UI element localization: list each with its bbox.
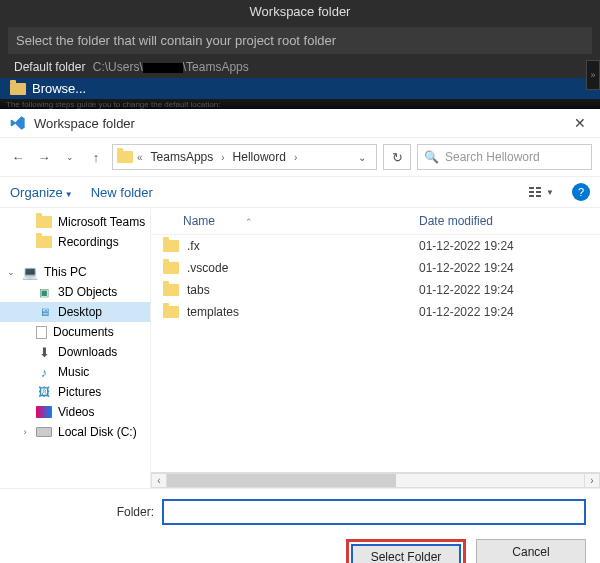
tree-item-recordings[interactable]: Recordings — [0, 232, 150, 252]
recent-button[interactable]: ⌄ — [60, 147, 80, 167]
new-folder-button[interactable]: New folder — [91, 185, 153, 200]
file-date: 01-12-2022 19:24 — [419, 239, 592, 253]
file-row[interactable]: .vscode01-12-2022 19:24 — [151, 257, 600, 279]
default-folder-path: C:\Users\\TeamsApps — [93, 60, 249, 74]
palette-title: Workspace folder — [0, 0, 600, 23]
tree-label: Videos — [58, 405, 94, 419]
svg-rect-3 — [536, 187, 541, 189]
close-button[interactable]: ✕ — [570, 115, 590, 131]
search-icon: 🔍 — [424, 150, 439, 164]
browse-label: Browse... — [32, 81, 86, 96]
default-folder-option[interactable]: Default folder C:\Users\\TeamsApps — [0, 54, 600, 78]
dialog-footer: Folder: Select Folder Cancel — [0, 488, 600, 563]
tree-label: Local Disk (C:) — [58, 425, 137, 439]
tree-label: Downloads — [58, 345, 117, 359]
svg-rect-5 — [536, 195, 541, 197]
tree-item-desktop[interactable]: 🖥Desktop — [0, 302, 150, 322]
tree-label: Desktop — [58, 305, 102, 319]
default-folder-label: Default folder — [14, 60, 85, 74]
expand-icon: › — [20, 427, 30, 437]
tree-label: 3D Objects — [58, 285, 117, 299]
main-area: Microsoft TeamsRecordings⌄💻This PC▣3D Ob… — [0, 208, 600, 488]
file-name: templates — [187, 305, 239, 319]
tree-label: Microsoft Teams — [58, 215, 145, 229]
file-row[interactable]: tabs01-12-2022 19:24 — [151, 279, 600, 301]
tree-label: Documents — [53, 325, 114, 339]
view-button[interactable]: ▼ — [528, 185, 554, 199]
file-date: 01-12-2022 19:24 — [419, 283, 592, 297]
tree-label: Recordings — [58, 235, 119, 249]
breadcrumb-teamsapps[interactable]: TeamsApps — [147, 148, 218, 166]
file-date: 01-12-2022 19:24 — [419, 261, 592, 275]
scroll-thumb[interactable] — [167, 474, 396, 487]
forward-button[interactable]: → — [34, 147, 54, 167]
tree-label: This PC — [44, 265, 87, 279]
tree-item-videos[interactable]: Videos — [0, 402, 150, 422]
chevron-icon: « — [137, 152, 143, 163]
command-palette-panel: Workspace folder Select the folder that … — [0, 0, 600, 99]
col-date[interactable]: Date modified — [419, 214, 592, 228]
scroll-track[interactable] — [167, 473, 584, 488]
tree-item-local-disk-c-[interactable]: ›Local Disk (C:) — [0, 422, 150, 442]
file-name: .fx — [187, 239, 200, 253]
tree-item-microsoft-teams[interactable]: Microsoft Teams — [0, 212, 150, 232]
up-button[interactable]: ↑ — [86, 147, 106, 167]
select-folder-button[interactable]: Select Folder — [351, 544, 461, 563]
palette-instruction: Select the folder that will contain your… — [8, 27, 592, 54]
organize-button[interactable]: Organize▼ — [10, 185, 73, 200]
view-icon — [528, 185, 544, 199]
refresh-button[interactable]: ↻ — [383, 144, 411, 170]
search-input[interactable] — [445, 150, 585, 164]
chevron-down-icon[interactable]: ⌄ — [352, 152, 372, 163]
address-bar[interactable]: « TeamsApps › Helloword › ⌄ — [112, 144, 377, 170]
horizontal-scrollbar[interactable]: ‹ › — [151, 472, 600, 488]
file-row[interactable]: templates01-12-2022 19:24 — [151, 301, 600, 323]
redacted-username — [143, 63, 183, 73]
dialog-header: Workspace folder ✕ — [0, 109, 600, 138]
side-button[interactable]: » — [586, 60, 600, 90]
chevron-right-icon: › — [221, 152, 224, 163]
svg-rect-2 — [529, 195, 534, 197]
column-headers[interactable]: Name⌃ Date modified — [151, 208, 600, 235]
highlight-box: Select Folder — [346, 539, 466, 563]
tree-item-pictures[interactable]: 🖼Pictures — [0, 382, 150, 402]
dialog-title: Workspace folder — [34, 116, 570, 131]
folder-icon — [163, 284, 179, 296]
file-list: Name⌃ Date modified .fx01-12-2022 19:24.… — [150, 208, 600, 488]
help-button[interactable]: ? — [572, 183, 590, 201]
file-row[interactable]: .fx01-12-2022 19:24 — [151, 235, 600, 257]
chevron-down-icon: ▼ — [65, 190, 73, 199]
folder-icon — [163, 240, 179, 252]
toolbar: Organize▼ New folder ▼ ? — [0, 177, 600, 208]
back-button[interactable]: ← — [8, 147, 28, 167]
svg-rect-1 — [529, 191, 534, 193]
col-name[interactable]: Name⌃ — [159, 214, 419, 228]
vscode-icon — [10, 115, 26, 131]
nav-tree: Microsoft TeamsRecordings⌄💻This PC▣3D Ob… — [0, 208, 150, 488]
scroll-right-button[interactable]: › — [584, 473, 600, 488]
folder-input[interactable] — [162, 499, 586, 525]
tree-item-3d-objects[interactable]: ▣3D Objects — [0, 282, 150, 302]
search-box[interactable]: 🔍 — [417, 144, 592, 170]
file-name: tabs — [187, 283, 210, 297]
browse-option[interactable]: Browse... — [0, 78, 600, 99]
sort-indicator-icon: ⌃ — [245, 217, 253, 227]
breadcrumb-helloword[interactable]: Helloword — [229, 148, 290, 166]
expand-icon: ⌄ — [6, 267, 16, 277]
nav-row: ← → ⌄ ↑ « TeamsApps › Helloword › ⌄ ↻ 🔍 — [0, 138, 600, 177]
svg-rect-0 — [529, 187, 534, 189]
folder-icon — [117, 151, 133, 163]
tree-item-downloads[interactable]: ⬇Downloads — [0, 342, 150, 362]
scroll-left-button[interactable]: ‹ — [151, 473, 167, 488]
background-terminal-text: The following steps guide you to change … — [0, 99, 600, 109]
tree-item-documents[interactable]: Documents — [0, 322, 150, 342]
tree-item-this-pc[interactable]: ⌄💻This PC — [0, 262, 150, 282]
chevron-right-icon: › — [294, 152, 297, 163]
tree-label: Pictures — [58, 385, 101, 399]
folder-label: Folder: — [14, 505, 154, 519]
tree-item-music[interactable]: ♪Music — [0, 362, 150, 382]
folder-icon — [10, 83, 26, 95]
file-name: .vscode — [187, 261, 228, 275]
cancel-button[interactable]: Cancel — [476, 539, 586, 563]
folder-icon — [163, 262, 179, 274]
